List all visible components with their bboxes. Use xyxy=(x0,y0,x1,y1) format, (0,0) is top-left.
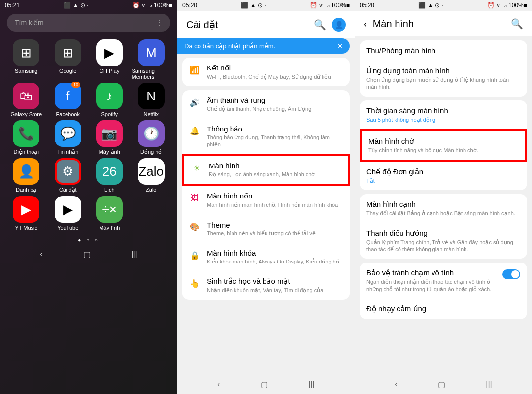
nav-back[interactable]: ‹ xyxy=(217,380,220,389)
app-samsung[interactable]: ⊞Samsung xyxy=(7,39,46,80)
search-icon[interactable]: 🔍 xyxy=(511,18,523,30)
setting--nh-y-c-m-ng[interactable]: Độ nhạy cảm ứng xyxy=(360,298,527,319)
app-tin-nhắn[interactable]: 💬Tin nhắn xyxy=(49,120,88,155)
setting-m-n-h-nh[interactable]: ☀Màn hìnhĐộ sáng, Lọc ánh sáng xanh, Màn… xyxy=(182,154,350,186)
app-spotify[interactable]: ♪Spotify xyxy=(90,83,129,117)
app-máy-ảnh[interactable]: 📷Máy ảnh xyxy=(90,120,129,155)
update-banner[interactable]: Đã có bản cập nhật phần mềm. ✕ xyxy=(177,38,350,54)
phone-settings: 05:20 ⬛ ▲ ⊙ · ⏰ ᯤ ⊿ 100%■ Cài đặt 🔍 👤 Đã… xyxy=(177,0,355,394)
setting-ch-n-gi-n[interactable]: Chế độ Đơn giảnTắt xyxy=(360,162,527,190)
banner-text: Đã có bản cập nhật phần mềm. xyxy=(184,42,275,50)
nav-recent[interactable]: ||| xyxy=(486,380,492,389)
app-điện-thoại[interactable]: 📞Điện thoại xyxy=(7,120,46,155)
setting-thu-ph-ng-m-n-h-nh[interactable]: Thu/Phóng màn hình xyxy=(360,40,527,61)
status-time: 05:20 xyxy=(182,2,197,9)
settings-group: Màn hình cạnhThay đổi cài đặt Bảng ở cạn… xyxy=(360,194,527,259)
setting-b-o-v-tr-nh-ch-m-v-t-nh[interactable]: Bảo vệ tránh chạm vô tìnhNgăn điện thoại… xyxy=(360,263,527,298)
app-grid: ⊞Samsung⊞Google▶CH PlayMSamsung Members🛍… xyxy=(0,34,177,235)
settings-group: 🔊Âm thanh và rungChế độ âm thanh, Nhạc c… xyxy=(182,90,350,299)
app-youtube[interactable]: ▶YouTube xyxy=(49,196,88,230)
status-bar: 05:21 ⬛ ▲ ⊙ · ⏰ ᯤ ⊿ 100%■ xyxy=(0,0,177,11)
nav-back[interactable]: ‹ xyxy=(40,250,42,259)
status-bar: 05:20 ⬛ ▲ ⊙ · ⏰ ᯤ ⊿ 100%■ xyxy=(177,0,355,11)
toggle[interactable] xyxy=(502,269,520,279)
setting-m-n-h-nh-ch-[interactable]: Màn hình chờTùy chỉnh tính năng và bố cụ… xyxy=(360,129,527,162)
settings-group: Thời gian sáng màn hìnhSau 5 phút không … xyxy=(360,100,527,191)
page-dots: ● ○ ○ xyxy=(0,237,177,243)
settings-group: 📶Kết nốiWi-Fi, Bluetooth, Chế độ Máy bay… xyxy=(182,58,350,86)
app-samsung-members[interactable]: MSamsung Members xyxy=(132,39,171,80)
app-google[interactable]: ⊞Google xyxy=(49,39,88,80)
nav-home[interactable]: ▢ xyxy=(261,380,268,389)
nav-home[interactable]: ▢ xyxy=(83,250,91,259)
nav-bar: ‹ ▢ ||| xyxy=(355,375,532,394)
setting-th-ng-b-o[interactable]: 🔔Thông báoThông báo ứng dụng, Thanh trạn… xyxy=(182,119,350,154)
back-icon[interactable]: ‹ xyxy=(364,18,367,30)
nav-bar: ‹ ▢ ||| xyxy=(177,375,355,394)
app-máy-tính[interactable]: ÷×Máy tính xyxy=(90,196,129,230)
search-icon[interactable]: 🔍 xyxy=(314,19,326,31)
setting-k-t-n-i[interactable]: 📶Kết nốiWi-Fi, Bluetooth, Chế độ Máy bay… xyxy=(182,58,350,86)
phone-display: 05:20 ⬛ ▲ ⊙ · ⏰ ᯤ ⊿ 100%■ ‹ Màn hình 🔍 T… xyxy=(355,0,532,394)
status-right: ⏰ ᯤ ⊿ 100%■ xyxy=(133,2,172,9)
app-yt-music[interactable]: ▶YT Music xyxy=(7,196,46,230)
setting-theme[interactable]: 🎨ThemeTheme, hình nền và biểu tượng có t… xyxy=(182,215,350,243)
nav-recent[interactable]: ||| xyxy=(308,380,314,389)
setting-thanh-i-u-h-ng[interactable]: Thanh điều hướngQuản lý phím Trang chính… xyxy=(360,223,527,259)
page-title: Cài đặt xyxy=(186,19,218,31)
setting--ng-d-ng-to-n-m-n-h-nh[interactable]: Ứng dụng toàn màn hìnhChọn ứng dụng bạn … xyxy=(360,61,527,97)
close-icon[interactable]: ✕ xyxy=(337,42,343,50)
search-placeholder: Tìm kiếm xyxy=(15,19,44,27)
app-zalo[interactable]: ZaloZalo xyxy=(132,158,171,193)
status-right: ⏰ ᯤ ⊿ 100%■ xyxy=(487,2,527,9)
app-lịch[interactable]: 26Lịch xyxy=(90,158,129,193)
setting--m-thanh-v-rung[interactable]: 🔊Âm thanh và rungChế độ âm thanh, Nhạc c… xyxy=(182,90,350,118)
nav-recent[interactable]: ||| xyxy=(131,250,137,259)
status-time: 05:20 xyxy=(360,2,374,9)
app-ch-play[interactable]: ▶CH Play xyxy=(90,39,129,80)
more-icon[interactable]: ⋮ xyxy=(156,19,163,27)
status-time: 05:21 xyxy=(5,2,20,9)
app-facebook[interactable]: f10Facebook xyxy=(49,83,88,117)
app-danh-bạ[interactable]: 👤Danh bạ xyxy=(7,158,46,193)
nav-back[interactable]: ‹ xyxy=(395,380,397,389)
setting-th-i-gian-s-ng-m-n-h-nh[interactable]: Thời gian sáng màn hìnhSau 5 phút không … xyxy=(360,100,527,129)
nav-home[interactable]: ▢ xyxy=(438,380,445,389)
header: Cài đặt 🔍 👤 xyxy=(177,11,355,38)
phone-home: 05:21 ⬛ ▲ ⊙ · ⏰ ᯤ ⊿ 100%■ Tìm kiếm ⋮ ⊞Sa… xyxy=(0,0,177,394)
page-title: Màn hình xyxy=(373,18,414,30)
header: ‹ Màn hình 🔍 xyxy=(355,11,532,36)
app-netflix[interactable]: NNetflix xyxy=(132,83,171,117)
app-cài-đặt[interactable]: ⚙Cài đặt xyxy=(49,158,88,193)
app-đồng-hồ[interactable]: 🕐Đồng hồ xyxy=(132,120,171,155)
setting-sinh-tr-c-h-c-v-b-o-m-t[interactable]: 👆Sinh trắc học và bảo mậtNhận diện khuôn… xyxy=(182,271,350,299)
settings-group: Bảo vệ tránh chạm vô tìnhNgăn điện thoại… xyxy=(360,263,527,319)
status-right: ⏰ ᯤ ⊿ 100%■ xyxy=(310,2,350,9)
setting-m-n-h-nh-c-nh[interactable]: Màn hình cạnhThay đổi cài đặt Bảng ở cạn… xyxy=(360,194,527,223)
nav-bar: ‹ ▢ ||| xyxy=(0,245,177,264)
app-galaxy-store[interactable]: 🛍Galaxy Store xyxy=(7,83,46,117)
setting-m-n-h-nh-n-n[interactable]: 🖼Màn hình nềnMàn hình nền màn hình chờ, … xyxy=(182,186,350,214)
setting-m-n-h-nh-kh-a[interactable]: 🔒Màn hình khóaKiểu khóa màn hình, Always… xyxy=(182,243,350,271)
status-bar: 05:20 ⬛ ▲ ⊙ · ⏰ ᯤ ⊿ 100%■ xyxy=(355,0,532,11)
search-bar[interactable]: Tìm kiếm ⋮ xyxy=(7,14,170,32)
settings-group: Thu/Phóng màn hìnhỨng dụng toàn màn hình… xyxy=(360,40,527,97)
avatar-icon[interactable]: 👤 xyxy=(332,18,346,32)
